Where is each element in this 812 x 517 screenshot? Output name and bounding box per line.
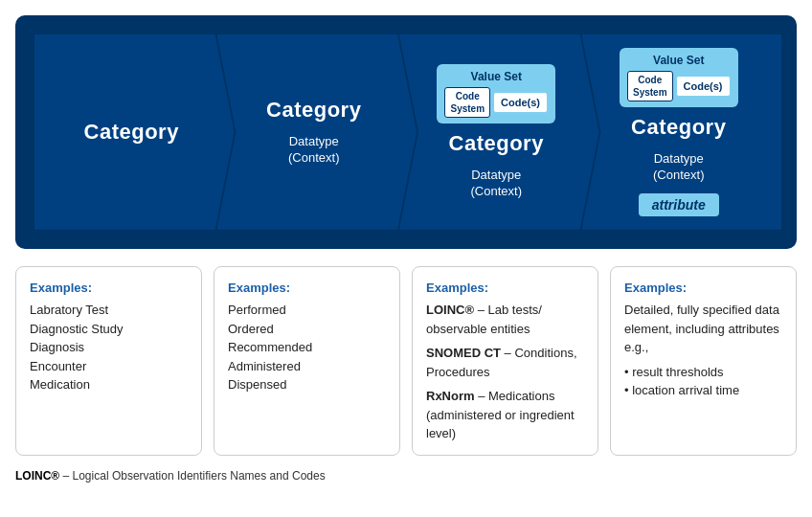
value-set-box-3: Value Set CodeSystem Code(s) bbox=[437, 64, 555, 124]
arrow-content-2: Category Datatype(Context) bbox=[217, 34, 417, 230]
attribute-tag: attribute bbox=[639, 193, 719, 216]
example-item-1-1: Labratory Test bbox=[30, 301, 188, 320]
example-item-2-5: Dispensed bbox=[228, 375, 386, 394]
footer: LOINC® – Logical Observation Identifiers… bbox=[15, 469, 797, 483]
example-item-4-1: Detailed, fully specified data element, … bbox=[624, 301, 782, 357]
footer-bold: LOINC® bbox=[15, 469, 59, 483]
banner: Category Category Datatype(Context) Valu… bbox=[15, 15, 797, 249]
example-item-1-5: Medication bbox=[30, 375, 188, 394]
example-item-1-2: Diagnostic Study bbox=[30, 320, 188, 339]
arrow-block-3: Value Set CodeSystem Code(s) Category Da… bbox=[399, 34, 599, 230]
example-item-1-3: Diagnosis bbox=[30, 338, 188, 357]
datatype-label-4: Datatype(Context) bbox=[653, 151, 704, 184]
code-row-3: CodeSystem Code(s) bbox=[444, 87, 548, 118]
example-item-4-2: • result thresholds bbox=[624, 363, 782, 382]
example-item-2-2: Ordered bbox=[228, 320, 386, 339]
examples-row: Examples: Labratory Test Diagnostic Stud… bbox=[15, 266, 797, 456]
value-set-title-3: Value Set bbox=[471, 70, 522, 83]
arrow-content-1: Category bbox=[34, 34, 235, 230]
codes-box-4: Code(s) bbox=[676, 76, 731, 97]
category-label-4: Category bbox=[631, 115, 726, 140]
codes-box-3: Code(s) bbox=[493, 92, 548, 113]
example-card-4: Examples: Detailed, fully specified data… bbox=[610, 266, 797, 456]
arrow-block-1: Category bbox=[34, 34, 235, 230]
example-item-4-3: • location arrival time bbox=[624, 381, 782, 400]
example-item-3-2: SNOMED CT – Conditions, Procedures bbox=[426, 344, 584, 381]
arrow-content-4: Value Set CodeSystem Code(s) Category Da… bbox=[582, 34, 782, 230]
example-item-2-1: Performed bbox=[228, 301, 386, 320]
example-item-2-3: Recommended bbox=[228, 338, 386, 357]
loinc-bold: LOINC® bbox=[426, 303, 474, 317]
example-card-3: Examples: LOINC® – Lab tests/ observable… bbox=[412, 266, 598, 456]
category-label-3: Category bbox=[449, 131, 544, 156]
datatype-label-3: Datatype(Context) bbox=[471, 168, 522, 200]
example-card-1: Examples: Labratory Test Diagnostic Stud… bbox=[15, 266, 202, 456]
category-label-1: Category bbox=[84, 120, 179, 145]
rxnorm-bold: RxNorm bbox=[426, 389, 475, 403]
arrow-block-2: Category Datatype(Context) bbox=[217, 34, 417, 230]
code-system-box-4: CodeSystem bbox=[627, 71, 673, 101]
examples-label-2: Examples: bbox=[228, 279, 386, 298]
category-label-2: Category bbox=[266, 98, 361, 123]
footer-rest: – Logical Observation Identifiers Names … bbox=[59, 469, 325, 483]
arrow-block-4: Value Set CodeSystem Code(s) Category Da… bbox=[582, 34, 782, 230]
arrow-content-3: Value Set CodeSystem Code(s) Category Da… bbox=[399, 34, 599, 230]
example-item-3-3: RxNorm – Medications (administered or in… bbox=[426, 387, 584, 443]
example-item-1-4: Encounter bbox=[30, 357, 188, 376]
snomed-bold: SNOMED CT bbox=[426, 346, 501, 360]
value-set-box-4: Value Set CodeSystem Code(s) bbox=[620, 48, 738, 107]
examples-label-3: Examples: bbox=[426, 279, 584, 298]
value-set-title-4: Value Set bbox=[653, 54, 704, 67]
example-item-2-4: Administered bbox=[228, 357, 386, 376]
code-system-box-3: CodeSystem bbox=[444, 87, 490, 118]
code-row-4: CodeSystem Code(s) bbox=[627, 71, 731, 101]
example-item-3-1: LOINC® – Lab tests/ observable entities bbox=[426, 301, 584, 338]
example-card-2: Examples: Performed Ordered Recommended … bbox=[214, 266, 400, 456]
examples-label-4: Examples: bbox=[624, 279, 782, 298]
datatype-label-2: Datatype(Context) bbox=[288, 134, 339, 167]
examples-label-1: Examples: bbox=[30, 279, 188, 298]
